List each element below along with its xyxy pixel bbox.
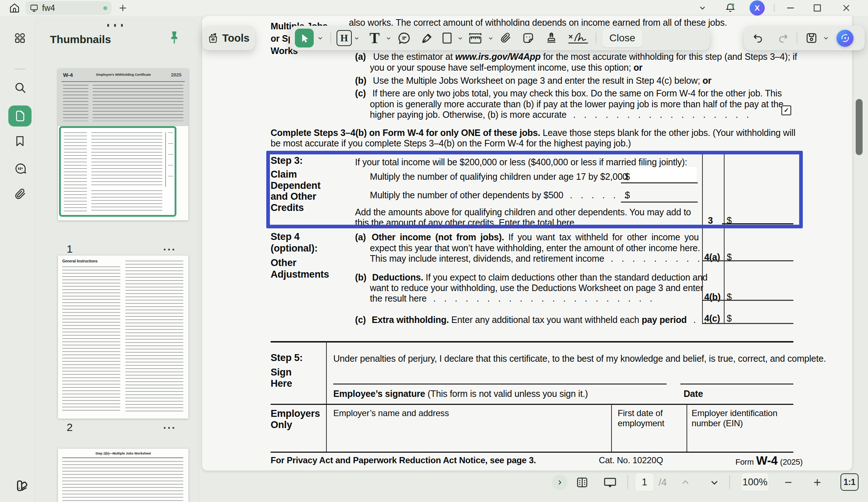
estimator-link[interactable]: www.irs.gov/W4App [455, 51, 541, 62]
close-toolbar-button[interactable]: Close [602, 29, 643, 47]
step3-row-number: 3 [708, 215, 713, 226]
doc-item-b: (b)Use the Multiple Jobs Worksheet on pa… [355, 75, 711, 86]
step3-row3-line2: this the amount of any other credits. En… [355, 217, 692, 228]
select-tool-button[interactable] [295, 29, 314, 47]
table-rule [326, 341, 327, 452]
attach-file-icon[interactable] [495, 32, 517, 44]
step3-amount-line [722, 223, 793, 224]
table-rule [724, 152, 725, 324]
shape-tool-button[interactable] [438, 32, 456, 45]
signature-line[interactable] [333, 383, 667, 385]
app-window: fw4 X [0, 0, 868, 502]
step3-intro: If your total income will be $200,000 or… [355, 157, 687, 167]
signature-tool-icon[interactable] [563, 31, 593, 45]
employers-label: Only [271, 419, 292, 431]
doc-item-a-line1: (a)Use the estimator at www.irs.gov/W4Ap… [355, 51, 797, 62]
step3-row2-currency: $ [625, 190, 630, 200]
table-rule [687, 404, 687, 452]
doc-item-c-line2: option is generally more accurate than (… [370, 99, 783, 109]
first-date-caption: First date of [618, 408, 663, 418]
two-jobs-checkbox[interactable]: ✓ [781, 105, 791, 115]
step3-label: Credits [271, 202, 304, 213]
step4-label: Adjustments [271, 269, 329, 280]
step5-label: Here [271, 378, 292, 389]
privacy-notice: For Privacy Act and Paperwork Reduction … [271, 455, 536, 465]
tools-button[interactable]: Tools [202, 26, 255, 50]
employer-name-caption: Employer’s name and address [333, 408, 449, 418]
actions-toolbar [744, 26, 865, 50]
table-border [271, 452, 793, 453]
ai-assistant-button[interactable] [836, 30, 854, 47]
step3-label: Claim [271, 169, 297, 180]
step4a-line3: This may include interest, dividends, an… [370, 253, 700, 264]
comment-tool-icon[interactable] [393, 31, 416, 45]
step4-label: Other [271, 257, 296, 269]
complete-steps-line2: be most accurate if you complete Steps 3… [271, 138, 631, 149]
close-label: Close [609, 32, 635, 44]
complete-steps-line1: Complete Steps 3–4(b) on Form W-4 for on… [271, 128, 795, 138]
measure-tool-button[interactable] [464, 31, 486, 45]
table-rule [611, 404, 612, 452]
annotation-toolbar: H T [290, 26, 710, 50]
employers-label: Employers [271, 408, 320, 419]
undo-icon[interactable] [752, 33, 764, 43]
step4b-line3: the result here. . . . . . . . . . . . .… [370, 293, 653, 304]
cursor-arrow-icon [299, 33, 309, 43]
toolbox-icon [208, 33, 218, 43]
toolbar-divider [596, 33, 596, 43]
step3-row1: Multiply the number of qualifying childr… [370, 171, 627, 182]
table-rule [702, 152, 703, 324]
date-line[interactable] [680, 383, 793, 385]
toolbar-divider [797, 33, 797, 43]
text-tool-chevron[interactable] [384, 36, 393, 41]
qualifying-children-amount-field[interactable] [630, 167, 697, 182]
step3-row2: Multiply the number of other dependents … [370, 190, 627, 200]
step4b-line2: want to reduce your withholding, use the… [370, 283, 703, 293]
step4b-line1: (b)Deductions. If you expect to claim de… [355, 272, 708, 283]
sticker-tool-icon[interactable] [517, 32, 540, 45]
step4b-amount-line [703, 300, 793, 301]
step3-row2-line [621, 202, 698, 203]
signature-caption: Employee’s signature (This form is not v… [333, 389, 588, 399]
heading-tool-chevron[interactable] [352, 36, 361, 41]
date-caption: Date [684, 389, 703, 399]
step5-title: Step 5: [271, 352, 303, 364]
stamp-tool-icon[interactable] [540, 32, 563, 45]
step4c-line: (c)Extra withholding. Enter any addition… [355, 315, 707, 325]
pen-tool-icon[interactable] [416, 32, 438, 45]
text-tool-button[interactable]: T [365, 29, 384, 47]
perjury-declaration: Under penalties of perjury, I declare th… [333, 353, 826, 364]
ein-caption: number (EIN) [692, 418, 743, 428]
step4a-amount-line [703, 260, 793, 261]
step5-label: Sign [271, 367, 292, 378]
catalog-number: Cat. No. 10220Q [599, 455, 663, 465]
table-border [271, 404, 793, 405]
select-tool-chevron[interactable] [315, 35, 325, 41]
step4a-line2: expect this year that won’t have withhol… [370, 243, 700, 253]
save-options-chevron[interactable] [821, 35, 831, 41]
tools-label: Tools [222, 32, 249, 44]
toolbar-divider [330, 33, 331, 43]
heading-tool-button[interactable]: H [336, 30, 352, 46]
step3-label: and Other [271, 191, 316, 202]
redo-icon[interactable] [777, 33, 789, 43]
step3-row1-currency: $ [625, 171, 630, 182]
document-content: also works. The correct amount of withho… [0, 0, 868, 502]
first-date-caption: employment [618, 418, 664, 428]
form-id: Form W-4 (2025) [735, 454, 793, 468]
table-border [271, 341, 793, 343]
step3-label: Dependent [271, 180, 321, 191]
doc-item-c-line1: (c)If there are only two jobs total, you… [355, 88, 782, 99]
doc-item-a-line2: you or your spouse have self-employment … [370, 62, 642, 73]
step4c-amount-line [703, 323, 793, 324]
step4a-line1: (a)Other income (not from jobs). If you … [355, 232, 699, 242]
doc-item-c-line3: higher paying job. Otherwise, (b) is mor… [370, 109, 749, 120]
step4c-currency: $ [727, 313, 732, 324]
shape-tool-chevron[interactable] [456, 36, 464, 41]
step4-label: Step 4 [271, 231, 300, 242]
step4-label: (optional): [271, 243, 318, 254]
measure-tool-chevron[interactable] [486, 36, 495, 41]
ein-caption: Employer identification [692, 408, 777, 418]
step3-row3-line1: Add the amounts above for qualifying chi… [355, 207, 691, 217]
save-icon[interactable] [805, 32, 818, 44]
